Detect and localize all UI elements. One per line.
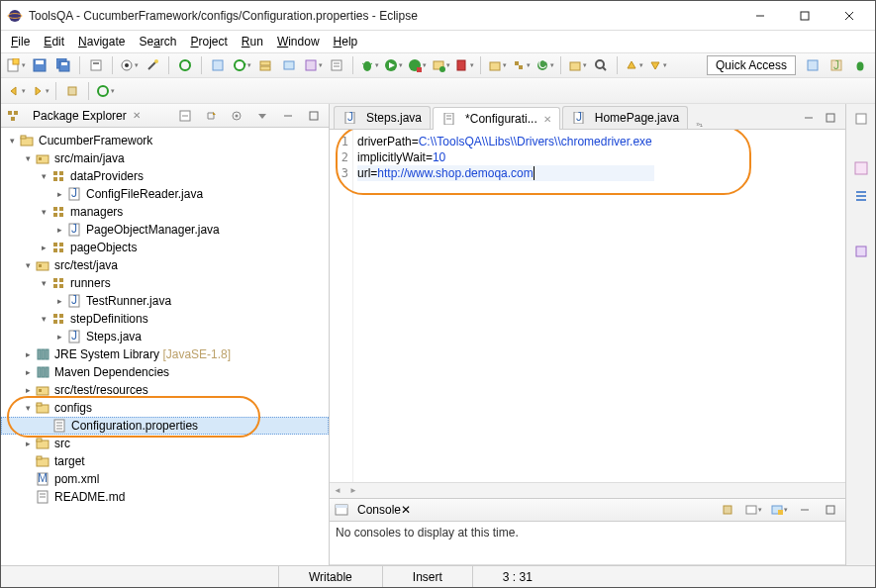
new-jpa-button[interactable] (302, 54, 324, 76)
tree-src-main-java[interactable]: ▾src/main/java (1, 149, 329, 167)
new-connection-button[interactable] (278, 54, 300, 76)
refresh-nav-button[interactable] (94, 80, 116, 102)
run-button[interactable] (382, 54, 404, 76)
back-button[interactable] (5, 80, 27, 102)
view-menu-button[interactable] (251, 105, 273, 127)
tab-homepage[interactable]: JHomePage.java (562, 106, 688, 129)
editor-hscroll[interactable] (330, 482, 845, 498)
tree-configs[interactable]: ▾configs (1, 399, 329, 417)
restore-view-button[interactable] (850, 108, 872, 130)
tree-target[interactable]: target (1, 452, 329, 470)
new-button[interactable] (5, 54, 27, 76)
menu-file[interactable]: File (5, 33, 36, 50)
tree-testrunner[interactable]: ▸JTestRunner.java (1, 292, 329, 310)
svg-rect-149 (856, 246, 866, 256)
new-server-button[interactable] (254, 54, 276, 76)
menu-window[interactable]: Window (271, 33, 326, 50)
new-class-button[interactable]: C (534, 54, 555, 76)
build-view-icon[interactable] (850, 241, 872, 262)
toggle-mark-button[interactable] (207, 54, 229, 76)
outline-icon[interactable] (850, 185, 872, 207)
tabs-overflow-icon[interactable]: »₁ (690, 121, 709, 129)
minimize-view-button[interactable] (277, 105, 299, 127)
maximize-view-button[interactable] (303, 105, 325, 127)
tree-jre[interactable]: ▸JRE System Library [JavaSE-1.8] (1, 345, 329, 363)
tree-maven[interactable]: ▸Maven Dependencies (1, 363, 329, 381)
focus-task-button[interactable] (226, 105, 247, 127)
wand-button[interactable] (142, 54, 163, 76)
external-tools-button[interactable] (453, 54, 475, 76)
perspective-debug-button[interactable] (849, 54, 871, 76)
menubar: File Edit Navigate Search Project Run Wi… (1, 31, 875, 52)
pin-editor-button[interactable] (61, 80, 83, 102)
project-tree[interactable]: ▾CucumberFramework ▾src/main/java ▾dataP… (1, 128, 329, 565)
tree-stepdefinitions[interactable]: ▾stepDefinitions (1, 310, 329, 328)
code-area[interactable]: driverPath=C:\\ToolsQA\\Libs\\Drivers\\c… (353, 130, 845, 482)
svg-rect-143 (827, 506, 834, 514)
menu-run[interactable]: Run (236, 33, 269, 50)
minimize-console-button[interactable] (794, 499, 816, 521)
svg-marker-67 (258, 114, 266, 119)
quick-access-field[interactable]: Quick Access (707, 55, 796, 75)
tree-managers[interactable]: ▾managers (1, 203, 329, 221)
console-tab[interactable]: Console✕ (357, 503, 411, 517)
menu-project[interactable]: Project (184, 33, 233, 50)
maximize-button[interactable] (782, 2, 827, 30)
tree-src[interactable]: ▸src (1, 435, 329, 452)
menu-search[interactable]: Search (133, 33, 182, 50)
relaunch-button[interactable] (174, 54, 196, 76)
save-all-button[interactable] (52, 54, 74, 76)
perspective-java-button[interactable]: J (826, 54, 847, 76)
forward-button[interactable] (29, 80, 50, 102)
tree-dataproviders[interactable]: ▾dataProviders (1, 167, 329, 185)
menu-navigate[interactable]: Navigate (72, 33, 131, 50)
menu-edit[interactable]: Edit (38, 33, 70, 50)
tree-pageobjectmanager[interactable]: ▸JPageObjectManager.java (1, 221, 329, 239)
annotation-prev-button[interactable] (623, 54, 644, 76)
tree-pom[interactable]: Mpom.xml (1, 470, 329, 488)
debug-button[interactable] (358, 54, 380, 76)
open-task-button[interactable] (326, 54, 347, 76)
task-list-icon[interactable] (850, 157, 872, 179)
tree-project[interactable]: ▾CucumberFramework (1, 132, 329, 149)
link-editor-button[interactable] (200, 105, 222, 127)
new-package-button[interactable] (510, 54, 532, 76)
tree-configuration-properties[interactable]: Configuration.properties (1, 417, 329, 435)
build-button[interactable] (85, 54, 107, 76)
open-console-button[interactable] (768, 499, 790, 521)
new-java-project-button[interactable] (486, 54, 508, 76)
save-button[interactable] (29, 54, 50, 76)
search-button[interactable] (590, 54, 612, 76)
maximize-editor-button[interactable] (820, 107, 841, 129)
perspective-resource-button[interactable] (802, 54, 824, 76)
tree-configfilereader[interactable]: ▸JConfigFileReader.java (1, 185, 329, 203)
tree-src-test-java[interactable]: ▾src/test/java (1, 256, 329, 274)
open-terminal-button[interactable] (231, 54, 252, 76)
menu-help[interactable]: Help (328, 33, 364, 50)
tab-configuration[interactable]: *Configurati...✕ (433, 107, 560, 130)
tree-src-test-resources[interactable]: ▸src/test/resources (1, 381, 329, 399)
close-icon[interactable]: ✕ (401, 503, 411, 517)
minimize-button[interactable] (737, 2, 782, 30)
annotation-next-button[interactable] (646, 54, 668, 76)
editor-body[interactable]: 123 driverPath=C:\\ToolsQA\\Libs\\Driver… (330, 130, 845, 482)
tree-readme[interactable]: README.md (1, 488, 329, 506)
close-button[interactable] (827, 2, 871, 30)
tree-steps[interactable]: ▸JSteps.java (1, 328, 329, 345)
display-console-button[interactable] (742, 499, 764, 521)
tree-pageobjects[interactable]: ▸pageObjects (1, 239, 329, 256)
tab-steps[interactable]: JSteps.java (334, 106, 431, 129)
maximize-console-button[interactable] (820, 499, 841, 521)
open-type-button[interactable] (566, 54, 588, 76)
package-explorer-tab[interactable]: Package Explorer ✕ (29, 107, 145, 125)
status-position: 3 : 31 (472, 566, 562, 587)
close-icon[interactable]: ✕ (133, 110, 141, 121)
pin-console-button[interactable] (717, 499, 738, 521)
run-last-button[interactable] (430, 54, 451, 76)
tree-runners[interactable]: ▾runners (1, 274, 329, 292)
skip-breakpoints-button[interactable] (118, 54, 140, 76)
minimize-editor-button[interactable] (798, 107, 820, 129)
close-icon[interactable]: ✕ (543, 114, 551, 125)
coverage-button[interactable] (406, 54, 428, 76)
collapse-all-button[interactable] (174, 105, 196, 127)
